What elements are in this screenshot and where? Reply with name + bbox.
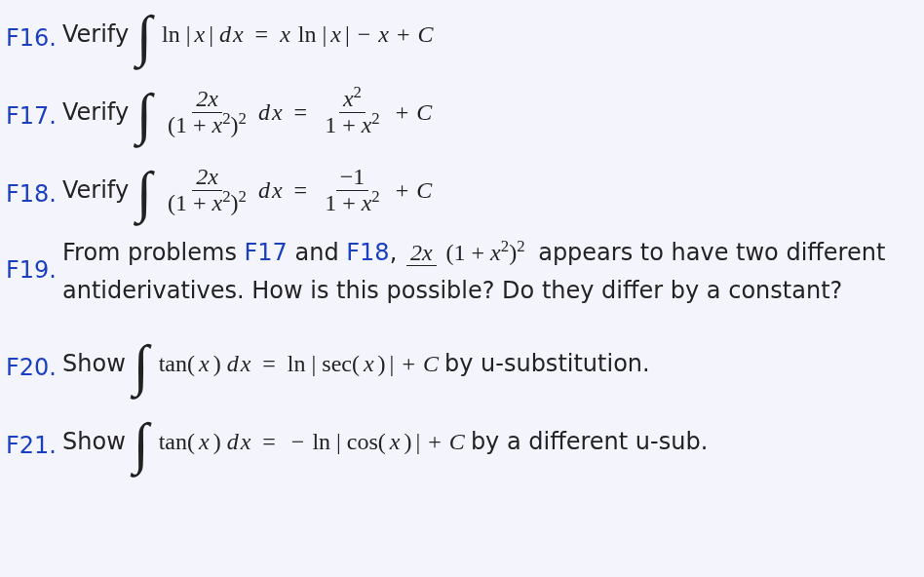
equals: = [262,349,276,378]
dx: dx [227,427,251,456]
verb: Verify [62,175,129,205]
rhs-tail: +C [392,175,433,205]
dx: dx [258,175,283,205]
integrand: tan(x) [159,349,221,378]
verb: Show [62,427,126,456]
problem-f18: F18. Verify ∫ 2x (1 + x2)2 dx = −1 1 + x… [6,160,914,220]
verb: Verify [62,19,129,49]
problem-f21: F21. Show ∫ tan(x) dx = −ln|cos(x)|+C by… [6,411,914,472]
integrand-fraction: 2x (1 + x2)2 [164,87,250,136]
and-text: and [288,239,346,266]
problem-number: F18. [6,160,62,209]
equals: = [262,427,276,456]
problem-number: F20. [6,333,62,382]
equation-line: Verify ∫ 2x (1 + x2)2 dx = −1 1 + x2 +C [62,160,914,220]
tail-text: by a different u-sub. [471,427,708,456]
dx: dx [258,97,283,127]
inline-fraction: 2x (1 + x2)2 [406,241,529,265]
integral-icon: ∫ [136,170,152,214]
dx: dx [219,19,244,49]
problem-body: Show ∫ tan(x) dx = −ln|cos(x)|+C by a di… [62,411,914,472]
problem-body: Verify ∫ 2x (1 + x2)2 dx = x2 1 + x2 +C [62,82,914,142]
rhs: ln|sec(x)|+C [288,349,439,378]
verb: Show [62,349,126,378]
equation-line: Verify ∫ ln|x| dx = xln|x| −x+C [62,4,914,64]
integrand: tan(x) [159,427,221,456]
integral-icon: ∫ [136,14,152,58]
rhs: xln|x| −x+C [280,19,433,49]
equals: = [255,19,269,49]
integral-icon: ∫ [134,421,149,466]
ref-f17: F17 [245,239,288,266]
rhs: −ln|cos(x)|+C [288,427,465,456]
problem-f19: F19. From problems F17 and F18, 2x (1 + … [6,238,914,308]
equation-line: Verify ∫ 2x (1 + x2)2 dx = x2 1 + x2 +C [62,82,914,142]
problem-body: From problems F17 and F18, 2x (1 + x2)2 … [62,238,914,308]
problem-f17: F17. Verify ∫ 2x (1 + x2)2 dx = x2 1 + x… [6,82,914,142]
problem-body: Verify ∫ ln|x| dx = xln|x| −x+C [62,4,914,64]
integrand: ln|x| [162,19,213,49]
lead-text: From problems [62,239,245,266]
integral-icon: ∫ [136,92,152,136]
dx: dx [227,349,251,378]
tail-text: by u-substitution. [444,349,650,378]
comma-text: , [390,239,404,266]
rhs-tail: +C [392,97,433,127]
problem-body: Show ∫ tan(x) dx = ln|sec(x)|+C by u-sub… [62,333,914,394]
problem-f16: F16. Verify ∫ ln|x| dx = xln|x| −x+C [6,4,914,64]
equation-line: Show ∫ tan(x) dx = ln|sec(x)|+C by u-sub… [62,333,914,394]
after-frac-text: appears to have two different [538,239,885,266]
line1: From problems F17 and F18, 2x (1 + x2)2 … [62,238,914,267]
problem-body: Verify ∫ 2x (1 + x2)2 dx = −1 1 + x2 +C [62,160,914,220]
problem-number: F16. [6,4,62,53]
integrand-fraction: 2x (1 + x2)2 [164,165,250,214]
rhs-fraction: x2 1 + x2 [321,87,384,136]
ref-f18: F18 [346,239,389,266]
equals: = [294,97,308,127]
problem-number: F21. [6,411,62,460]
problem-number: F19. [6,238,62,285]
integral-icon: ∫ [134,343,149,388]
verb: Verify [62,97,129,127]
problem-f20: F20. Show ∫ tan(x) dx = ln|sec(x)|+C by … [6,333,914,394]
equation-line: Show ∫ tan(x) dx = −ln|cos(x)|+C by a di… [62,411,914,472]
rhs-fraction: −1 1 + x2 [321,165,384,214]
problem-number: F17. [6,82,62,131]
line2: antiderivatives. How is this possible? D… [62,273,914,308]
equals: = [294,175,308,205]
